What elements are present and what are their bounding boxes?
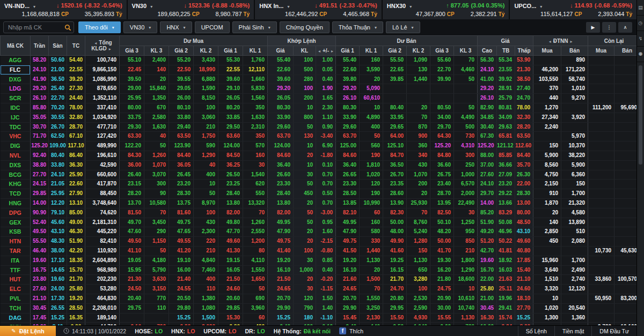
data-cell: 5,790 [144, 265, 169, 275]
chevron-down-icon[interactable]: ▾ [287, 4, 289, 9]
tab-phái-sinh[interactable]: Phái Sinh▾ [232, 21, 277, 33]
data-cell: 16.10 [336, 265, 360, 275]
ticker-cell-KSB[interactable]: KSB [1, 227, 31, 237]
ticker-cell-IJC[interactable]: IJC [1, 113, 31, 122]
data-cell: 29.00 [120, 84, 144, 94]
data-cell: 3,150 [144, 285, 169, 294]
data-cell: 80.40 [383, 103, 407, 113]
tab-vn30[interactable]: VN30▾ [123, 21, 158, 33]
tab-theo-dõi[interactable]: Theo dõi▾ [78, 21, 121, 33]
tab-lô-lẻ[interactable]: Lô Lẻ▾ [386, 21, 420, 33]
facebook-icon[interactable]: f [339, 327, 346, 334]
index-card-upco[interactable]: UPCO...▾↓ 114.93(-0.68 -0.59%)115,614,12… [510, 0, 636, 19]
scroll-left-icon[interactable]: ◂ [94, 41, 97, 46]
footer-link-cash[interactable]: Tiền mặt [554, 326, 591, 336]
data-cell: 25.79 [497, 94, 515, 103]
users-icon[interactable]: ⚉ [637, 47, 644, 62]
data-cell: 81.50 [120, 208, 144, 218]
ticker-cell-AGG[interactable]: AGG [1, 56, 31, 65]
data-cell: 50 [294, 180, 316, 189]
status-bar: ✎ Đặt Lệnh 14:11:03 | 10/01/2022 HOSE:LO… [0, 325, 636, 336]
scroll-right-icon[interactable]: ▸ [331, 49, 333, 54]
data-cell: 32.80 [67, 113, 85, 122]
ticker-cell-HUT[interactable]: HUT [1, 275, 31, 285]
ticker-cell-PVL[interactable]: PVL [1, 294, 31, 303]
ticker-cell-ITA[interactable]: ITA [1, 256, 31, 265]
data-cell: 16.03 [497, 265, 515, 275]
data-cell: 80.00 [120, 103, 144, 113]
ticker-cell-HNG[interactable]: HNG [1, 198, 31, 208]
index-card-vnind[interactable]: VN-IND...▾↓ 1520.16(-8.32 -0.54%)1,168,6… [0, 0, 127, 19]
board-icon[interactable]: ▤ [637, 0, 644, 16]
chevron-down-icon: ▾ [412, 25, 414, 30]
chevron-down-icon[interactable]: ▾ [540, 4, 542, 9]
ticker-cell-TCH[interactable]: TCH [1, 303, 31, 313]
collapse-up-button[interactable]: ∧ [618, 22, 632, 33]
data-cell: 337,410 [85, 103, 120, 113]
data-cell [588, 170, 614, 180]
chevron-down-icon[interactable]: ▾ [150, 4, 152, 9]
ticker-cell-FLC[interactable]: FLC [1, 65, 31, 74]
data-cell: 48.30 [49, 237, 67, 247]
chevron-down-icon: ▾ [184, 25, 186, 30]
data-cell: 13.80 [218, 198, 243, 208]
data-cell [533, 246, 561, 256]
ticker-cell-TDC[interactable]: TDC [1, 122, 31, 132]
scroll-left-icon[interactable]: ◂ [318, 49, 320, 54]
chevron-down-icon[interactable]: ▾ [33, 4, 35, 9]
tab-hnx[interactable]: HNX▾ [160, 21, 192, 33]
scroll-left-icon[interactable]: ◂ [549, 39, 551, 44]
ticker-cell-HTN[interactable]: HTN [1, 237, 31, 247]
ticker-cell-IDC[interactable]: IDC [1, 103, 31, 113]
ticker-cell-DAG[interactable]: DAG [1, 313, 31, 323]
data-cell: 1,070 [407, 170, 430, 180]
place-order-button[interactable]: ✎ Đặt Lệnh [0, 326, 56, 336]
sub-header-kl: KL [294, 46, 316, 56]
index-card-vn30[interactable]: VN30▾↓ 1523.36(-8.88 -0.58%)189,680,225C… [128, 0, 254, 19]
ticker-cell-LDG[interactable]: LDG [1, 84, 31, 94]
data-cell: 2,400 [144, 56, 169, 65]
ticker-cell-TTF[interactable]: TTF [1, 265, 31, 275]
ticker-cell-GEX[interactable]: GEX [1, 218, 31, 227]
like-link[interactable]: Thích [349, 328, 363, 334]
flash-icon[interactable]: ↯ [637, 31, 644, 47]
ticker-cell-ELC[interactable]: ELC [1, 285, 31, 294]
data-cell [561, 122, 588, 132]
status-hnx: HNX:LO [171, 328, 195, 334]
index-card-hnxin[interactable]: HNX In...▾↓ 491.51(-2.33 -0.47%)162,446,… [255, 0, 382, 19]
ticker-cell-KHG[interactable]: KHG [1, 180, 31, 189]
index-card-hnx30[interactable]: HNX30▾↑ 877.05(3.04 0.35%)47,367,800CP2,… [383, 0, 509, 19]
alert-icon[interactable]: ◷ [637, 16, 644, 31]
ticker-cell-NVL[interactable]: NVL [1, 151, 31, 160]
data-cell: 1,270 [533, 103, 561, 113]
data-cell: 39.20 [67, 74, 85, 84]
vertical-scrollbar[interactable] [639, 65, 642, 165]
ticker-cell-TCD[interactable]: TCD [1, 189, 31, 199]
scroll-right-icon[interactable]: ▸ [570, 39, 572, 44]
sub-header-kl2: KL 2 [194, 46, 218, 56]
data-cell: 85.80 [31, 103, 49, 113]
group-header-ask: Dư Bán [336, 36, 478, 46]
search-icon[interactable] [64, 24, 71, 33]
footer-link-orders[interactable]: Số Lệnh [518, 326, 554, 336]
footer-link-portfolio[interactable]: DM Đầu Tư [591, 326, 636, 336]
data-cell: 50.60 [49, 56, 67, 65]
chevron-down-icon[interactable]: ▾ [409, 4, 412, 9]
play-button[interactable]: ▶ [586, 22, 600, 33]
ticker-cell-DXS[interactable]: DXS [1, 160, 31, 170]
tab-chứng-quyền[interactable]: Chứng Quyền [280, 21, 330, 33]
tab-upcom[interactable]: UPCOM [195, 21, 230, 33]
tab-thỏa-thuận[interactable]: Thỏa Thuận▾ [332, 21, 383, 33]
ticker-cell-DXG[interactable]: DXG [1, 74, 31, 84]
ticker-cell-SCR[interactable]: SCR [1, 94, 31, 103]
data-cell: 58,740 [561, 74, 588, 84]
scroll-right-icon[interactable]: ▸ [109, 47, 111, 51]
ticker-cell-DPG[interactable]: DPG [1, 208, 31, 218]
ticker-cell-DIG[interactable]: DIG [1, 141, 31, 151]
ticker-cell-TAR[interactable]: TAR [1, 246, 31, 256]
trading-board-app: VN-IND...▾↓ 1520.16(-8.32 -0.54%)1,168,6… [0, 0, 644, 336]
ticker-cell-BCG[interactable]: BCG [1, 170, 31, 180]
more-options-button[interactable]: ⋮ [602, 22, 616, 33]
ticker-cell-VHC[interactable]: VHC [1, 132, 31, 141]
search-input[interactable] [3, 21, 74, 33]
